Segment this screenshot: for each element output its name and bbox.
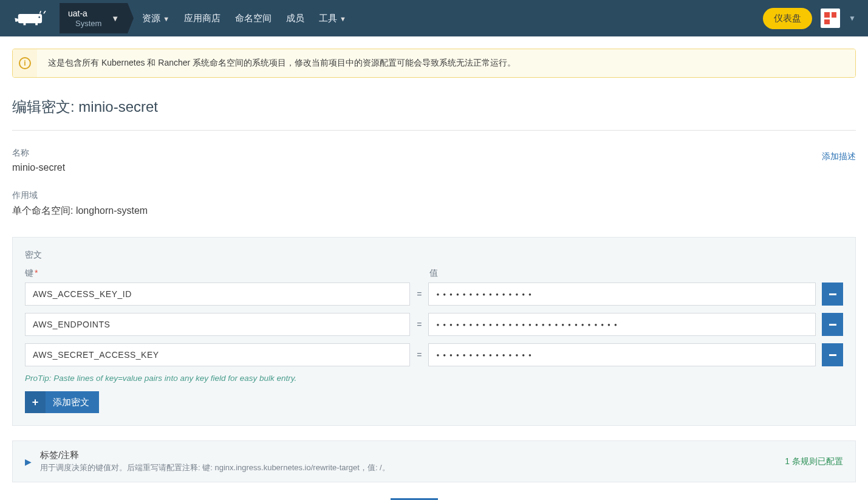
labels-annotations-panel[interactable]: ▶ 标签/注释 用于调度决策的键值对。后端重写请配置注释: 键: nginx.i…: [12, 440, 856, 482]
dashboard-button[interactable]: 仪表盘: [763, 8, 812, 29]
secret-value-input[interactable]: [428, 313, 816, 336]
nav-items: 资源 ▼ 应用商店 命名空间 成员 工具 ▼: [142, 13, 763, 24]
chevron-down-icon: ▼: [111, 14, 119, 23]
chevron-down-icon: ▼: [340, 15, 346, 22]
name-label: 名称: [12, 148, 29, 159]
svg-rect-0: [18, 14, 42, 23]
minus-icon: [829, 354, 836, 356]
avatar-icon: [824, 12, 836, 24]
svg-rect-1: [24, 22, 26, 25]
equals-sign: =: [416, 350, 422, 360]
remove-row-button[interactable]: [822, 343, 843, 366]
labels-title: 标签/注释: [40, 450, 785, 461]
scope-label: 作用域: [12, 190, 856, 201]
equals-sign: =: [416, 289, 422, 299]
nav-tools[interactable]: 工具 ▼: [319, 13, 346, 24]
remove-row-button[interactable]: [822, 283, 843, 306]
secret-key-input[interactable]: [25, 343, 410, 366]
scope-value: 单个命名空间: longhorn-system: [12, 205, 856, 217]
minus-icon: [829, 324, 836, 326]
cluster-name: uat-a: [68, 9, 101, 19]
expand-arrow-icon[interactable]: ▶: [25, 457, 32, 467]
page-title: 编辑密文: minio-secret: [12, 90, 856, 131]
svg-rect-2: [35, 22, 38, 25]
secret-value-input[interactable]: [428, 283, 816, 306]
user-avatar[interactable]: [821, 9, 840, 28]
secret-row: =: [25, 313, 843, 336]
labels-subtitle: 用于调度决策的键值对。后端重写请配置注释: 键: nginx.ingress.k…: [40, 462, 785, 473]
secrets-panel: 密文 键* 值 = = = ProTip: Paste lines of key…: [12, 237, 856, 426]
alert-text: 这是包含所有 Kubernetes 和 Rancher 系统命名空间的系统项目，…: [37, 49, 855, 77]
secret-value-input[interactable]: [428, 343, 816, 366]
protip-text: ProTip: Paste lines of key=value pairs i…: [25, 374, 843, 383]
required-star: *: [35, 268, 38, 278]
add-secret-button[interactable]: + 添加密文: [25, 391, 99, 413]
chevron-down-icon[interactable]: ▼: [849, 14, 856, 22]
add-description-link[interactable]: 添加描述: [822, 151, 856, 162]
nav-members[interactable]: 成员: [286, 13, 304, 24]
remove-row-button[interactable]: [822, 313, 843, 336]
cluster-project: System: [75, 19, 101, 29]
nav-resources[interactable]: 资源 ▼: [142, 13, 169, 24]
key-header: 键: [25, 268, 33, 278]
secrets-panel-title: 密文: [25, 250, 843, 261]
chevron-down-icon: ▼: [163, 15, 169, 22]
logo[interactable]: [12, 9, 55, 28]
cluster-selector[interactable]: uat-a System ▼: [60, 3, 128, 33]
equals-sign: =: [416, 320, 422, 329]
name-value: minio-secret: [12, 162, 856, 173]
top-nav: uat-a System ▼ 资源 ▼ 应用商店 命名空间 成员 工具 ▼ 仪表…: [0, 0, 868, 36]
system-warning-alert: i 这是包含所有 Kubernetes 和 Rancher 系统命名空间的系统项…: [12, 49, 856, 78]
form-actions: 保存 取消: [12, 482, 856, 500]
plus-icon: +: [25, 391, 46, 413]
secret-key-input[interactable]: [25, 313, 410, 336]
minus-icon: [829, 293, 836, 295]
nav-apps[interactable]: 应用商店: [184, 13, 220, 24]
value-header: 值: [429, 268, 843, 279]
info-icon: i: [13, 49, 37, 77]
secret-row: =: [25, 343, 843, 366]
rules-configured-badge: 1 条规则已配置: [785, 456, 843, 467]
svg-point-3: [38, 16, 40, 18]
secret-row: =: [25, 283, 843, 306]
nav-namespaces[interactable]: 命名空间: [235, 13, 272, 24]
secret-key-input[interactable]: [25, 283, 410, 306]
